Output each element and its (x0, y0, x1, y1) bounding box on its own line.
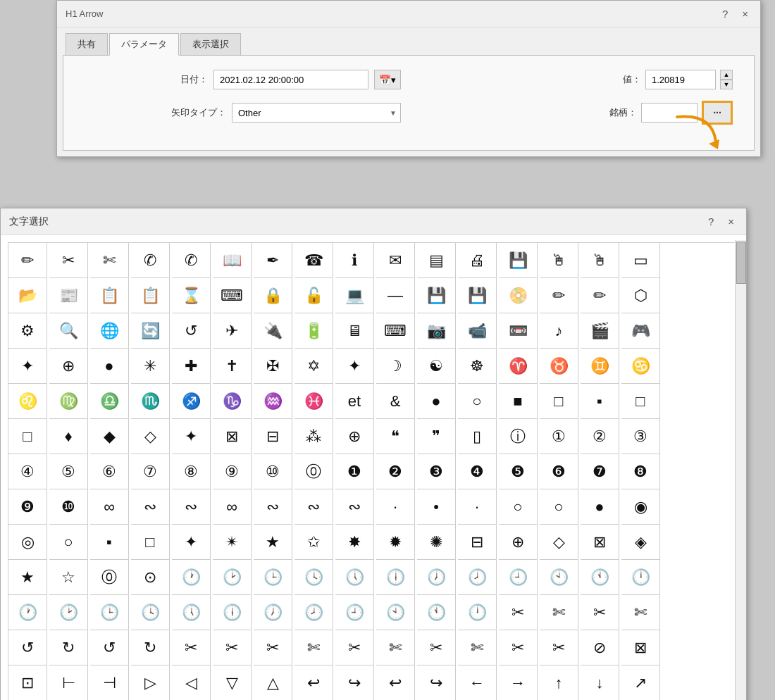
symbol-cell[interactable]: ⬡ (621, 278, 660, 313)
symbol-cell[interactable]: 🕔 (335, 560, 374, 595)
symbol-cell[interactable]: ✂ (335, 630, 374, 665)
symbol-cell[interactable]: ✉ (376, 243, 415, 278)
scroll-thumb[interactable] (736, 242, 746, 284)
symbol-cell[interactable]: & (376, 384, 415, 419)
symbol-cell[interactable]: ✠ (254, 349, 292, 384)
symbol-cell[interactable]: ♊ (581, 349, 619, 384)
symbol-cell[interactable]: ⑦ (131, 454, 170, 489)
symbol-cell[interactable]: ⌨ (213, 278, 252, 313)
symbol-cell[interactable]: ⊕ (499, 525, 538, 560)
symbol-cell[interactable]: ↻ (49, 630, 88, 665)
symbol-cell[interactable]: ⊕ (49, 349, 88, 384)
symbol-cell[interactable]: ② (581, 419, 619, 454)
symbol-cell[interactable]: ♎ (90, 384, 129, 419)
symbol-cell[interactable]: ♒ (254, 384, 292, 419)
symbol-cell[interactable]: ○ (540, 489, 578, 525)
symbol-cell[interactable]: 🎬 (581, 313, 619, 349)
symbol-cell[interactable]: 🕚 (581, 560, 619, 595)
tab-shared[interactable]: 共有 (66, 33, 108, 55)
symbol-cell[interactable]: ↗ (621, 665, 660, 700)
symbol-cell[interactable]: ✂ (540, 630, 578, 665)
symbol-cell[interactable]: ❽ (621, 454, 660, 489)
symbol-cell[interactable]: 🕗 (294, 595, 333, 630)
symbol-cell[interactable]: ✦ (8, 349, 47, 384)
symbol-cell[interactable]: ☎ (294, 243, 333, 278)
symbol-cell[interactable]: □ (8, 419, 47, 454)
symbol-cell[interactable]: 🔓 (294, 278, 333, 313)
symbol-cell[interactable]: 🕙 (540, 560, 578, 595)
symbol-cell[interactable]: et (335, 384, 374, 419)
symbol-cell[interactable]: □ (621, 384, 660, 419)
symbol-cell[interactable]: ① (540, 419, 578, 454)
symbol-cell[interactable]: ■ (499, 384, 538, 419)
symbol-cell[interactable]: ▪ (581, 384, 619, 419)
symbol-cell[interactable]: 🕖 (417, 560, 456, 595)
symbol-cell[interactable]: ∾ (172, 489, 211, 525)
symbol-cell[interactable]: ◉ (621, 489, 660, 525)
symbol-cell[interactable]: ✸ (335, 525, 374, 560)
symbol-cell[interactable]: 🕖 (254, 595, 292, 630)
symbol-cell[interactable]: ⊣ (90, 665, 129, 700)
symbol-cell[interactable]: 📖 (213, 243, 252, 278)
symbol-cell[interactable]: ✄ (621, 595, 660, 630)
symbol-cell[interactable]: ○ (49, 525, 88, 560)
symbol-cell[interactable]: ◆ (90, 419, 129, 454)
symbol-cell[interactable]: ⑧ (172, 454, 211, 489)
symbol-cell[interactable]: 💻 (335, 278, 374, 313)
symbol-cell[interactable]: ▯ (458, 419, 497, 454)
symbol-cell[interactable]: ⌛ (172, 278, 211, 313)
symbol-cell[interactable]: — (376, 278, 415, 313)
symbol-cell[interactable]: ☽ (376, 349, 415, 384)
symbol-cell[interactable]: ∾ (254, 489, 292, 525)
symbol-cell[interactable]: ✆ (172, 243, 211, 278)
symbol-cell[interactable]: 🕔 (172, 595, 211, 630)
symbol-cell[interactable]: ✚ (172, 349, 211, 384)
symbol-cell[interactable]: 📂 (8, 278, 47, 313)
symbol-cell[interactable]: 🖥 (335, 313, 374, 349)
symbol-cell[interactable]: ⁂ (294, 419, 333, 454)
tab-params[interactable]: パラメータ (109, 33, 179, 56)
symbol-cell[interactable]: ⑤ (49, 454, 88, 489)
symbol-cell[interactable]: ⊢ (49, 665, 88, 700)
symbol-cell[interactable]: 📋 (90, 278, 129, 313)
symbol-cell[interactable]: 💾 (458, 278, 497, 313)
symbol-cell[interactable]: ⊙ (131, 560, 170, 595)
symbol-cell[interactable]: △ (254, 665, 292, 700)
symbol-cell[interactable]: ⊘ (581, 630, 619, 665)
symbol-cell[interactable]: ♏ (131, 384, 170, 419)
symbol-cell[interactable]: ✈ (213, 313, 252, 349)
symbol-cell[interactable]: ❻ (540, 454, 578, 489)
symbol-cell[interactable]: 🕑 (49, 595, 88, 630)
symbol-cell[interactable]: 🕓 (131, 595, 170, 630)
symbol-cell[interactable]: ↺ (172, 313, 211, 349)
symbol-cell[interactable]: ⊟ (254, 419, 292, 454)
symbol-cell[interactable]: ⑨ (213, 454, 252, 489)
symbol-cell[interactable]: ✂ (581, 595, 619, 630)
symbol-cell[interactable]: ♈ (499, 349, 538, 384)
symbol-cell[interactable]: ○ (458, 384, 497, 419)
symbol-cell[interactable]: ❝ (376, 419, 415, 454)
symbol-cell[interactable]: 🖱 (581, 243, 619, 278)
symbol-cell[interactable]: ▽ (213, 665, 252, 700)
symbol-cell[interactable]: ▤ (417, 243, 456, 278)
symbol-cell[interactable]: 🌐 (90, 313, 129, 349)
calendar-button[interactable]: 📅▾ (374, 70, 401, 89)
symbol-cell[interactable]: ❸ (417, 454, 456, 489)
symbol-cell[interactable]: ✦ (335, 349, 374, 384)
symbol-cell[interactable]: ❾ (8, 489, 47, 525)
symbol-cell[interactable]: ↪ (335, 665, 374, 700)
symbol-cell[interactable]: ● (581, 489, 619, 525)
symbol-cell[interactable]: ↺ (8, 630, 47, 665)
symbol-cell[interactable]: ▭ (621, 243, 660, 278)
symbol-cell[interactable]: 🔄 (131, 313, 170, 349)
symbol-cell[interactable]: ✒ (254, 243, 292, 278)
symbol-input[interactable] (641, 103, 698, 123)
symbol-cell[interactable]: ✄ (90, 243, 129, 278)
symbol-cell[interactable]: 🕛 (621, 560, 660, 595)
symbol-cell[interactable]: ♐ (172, 384, 211, 419)
symbol-cell[interactable]: ✺ (417, 525, 456, 560)
symbol-cell[interactable]: ✂ (213, 630, 252, 665)
h1-close-button[interactable]: × (738, 6, 752, 21)
symbol-cell[interactable]: ♓ (294, 384, 333, 419)
spin-up[interactable]: ▲ (720, 70, 733, 80)
